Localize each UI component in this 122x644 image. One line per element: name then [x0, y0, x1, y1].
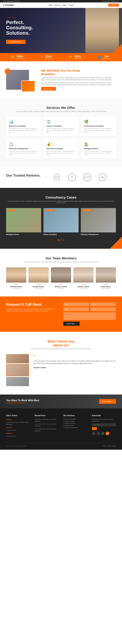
service-arrow-5[interactable]: ›	[112, 152, 113, 155]
member-name-4: Alexia Galvez	[96, 286, 116, 288]
case-image-1	[44, 208, 78, 232]
service-item-3: 📋 Planning & Management Lorem ipsum dolo…	[6, 140, 41, 159]
service-arrow-1[interactable]: ›	[75, 130, 76, 132]
hero-heading: Perfect. Consulting. Solutions.	[6, 20, 33, 36]
testimonial-quote: If you are going to use a passage of you…	[34, 360, 116, 365]
nav-about[interactable]: About	[49, 4, 53, 6]
service-icon-0: 📊	[9, 120, 38, 124]
hero-cta-button[interactable]: Free Appointment →	[6, 40, 26, 44]
footer-mail-label: E-Mail Us:	[6, 432, 30, 434]
form-name-input[interactable]	[63, 302, 89, 306]
service-arrow-2[interactable]: ›	[112, 130, 113, 132]
services-title: Services We Offer.	[6, 106, 116, 110]
social-facebook-icon[interactable]: f	[92, 432, 96, 435]
bottom-cta-text: You Want To Work With Best Consulting So…	[6, 399, 39, 404]
member-role-4: Project Manager	[96, 288, 116, 289]
service-desc-0: Lorem ipsum dolor sit amet, consectetur …	[9, 128, 38, 133]
about-explore-button[interactable]: Explore More →	[41, 87, 56, 90]
footer-link-home[interactable]: Home	[103, 445, 106, 447]
dot-2[interactable]	[60, 240, 62, 241]
bottom-cta-button[interactable]: Contact Now →	[99, 399, 116, 404]
footer-subscribe-input[interactable]	[92, 423, 116, 426]
member-stars-3: ★★★★★	[73, 284, 94, 285]
navbar: ▶ Conset. About Services Pages Contact +…	[0, 2, 122, 8]
about-sub-image	[21, 80, 35, 92]
case-label-1: SOCIAL MEDIA	[45, 210, 54, 211]
footer-post-1: Lorem ipsum dolor sit amet, consectetur …	[35, 423, 59, 427]
stat-label-0: Happy Customers	[15, 58, 25, 60]
footer-col-posts: Recent Post Lorem ipsum dolor sit amet, …	[35, 414, 59, 438]
member-role-3: Marketing Lead	[73, 288, 94, 289]
stat-num-2: 850+	[74, 55, 82, 58]
topbar-email: support@gmail/domain.com	[3, 0, 20, 2]
hero-content: SINCE 1998 Perfect. Consulting. Solution…	[6, 17, 33, 44]
footer-col-subscribe: Subscribe Lorem ipsum dolor sit amet, co…	[92, 414, 116, 438]
testimonials-section: What Clients Say About Us! Lorem ipsum d…	[0, 332, 122, 394]
service-arrow-3[interactable]: ›	[37, 152, 38, 155]
footer-post-0: Lorem ipsum dolor sit amet, consectetur …	[35, 418, 59, 422]
partner-logo-1: OCO	[66, 173, 78, 182]
service-item-5: 🏠 Mortgage Advisor Lorem ipsum dolor sit…	[81, 140, 116, 159]
footer-posts-title: Recent Post	[35, 414, 59, 417]
service-arrow-4[interactable]: ›	[75, 152, 76, 155]
quote-open-icon: "	[34, 354, 116, 359]
social-icons: f t in ig	[92, 432, 116, 435]
footer-call: +1 (587) 441-86 M	[6, 430, 30, 432]
member-image-3	[73, 267, 94, 282]
footer-address-label: Address:	[6, 418, 30, 420]
footer-subscribe-button[interactable]: →	[92, 427, 97, 430]
partners-section: Our Trusted Partners. › RETRO OCO MASTER…	[0, 166, 122, 188]
footer-subscribe-body: Lorem ipsum dolor sit amet, consectetur …	[92, 418, 116, 422]
form-phone-input[interactable]	[90, 302, 116, 306]
case-label-0: SEO / PPP	[8, 210, 15, 211]
social-twitter-icon[interactable]: t	[96, 432, 100, 435]
footer-mail: +1 (587) 441-86 M	[6, 436, 30, 437]
partners-arrow[interactable]: ›	[45, 176, 46, 179]
footer-bottom: Copyright © All | All Rights Reserved Ho…	[6, 443, 116, 447]
team-title: Our Team Members	[6, 256, 116, 260]
nav-contact[interactable]: Contact	[68, 4, 74, 6]
form-email-input[interactable]	[63, 308, 89, 311]
form-subject-input[interactable]	[90, 308, 116, 311]
dot-active[interactable]	[58, 240, 59, 241]
footer-service-4: Planning & Management	[63, 427, 88, 428]
form-row-2	[63, 308, 116, 311]
member-role-2: SEO Expert	[51, 288, 71, 289]
service-arrow-0[interactable]: ›	[37, 130, 38, 132]
form-message-textarea[interactable]	[63, 312, 116, 320]
member-name-2: Winfred Locklear	[51, 286, 71, 288]
partner-logo-0: RETRO	[51, 173, 63, 182]
footer-services-title: Our Services	[63, 414, 88, 417]
hero-section: SINCE 1998 Perfect. Consulting. Solution…	[0, 8, 122, 53]
stat-icon-1: ✓	[40, 56, 43, 59]
stat-icon-2: 🏆	[69, 56, 72, 59]
stat-num-0: 568+	[15, 55, 25, 58]
about-body-1: Lorem ipsum dolor sit amet, consectetur …	[41, 77, 116, 81]
dot-3[interactable]	[63, 240, 64, 241]
nav-phone[interactable]: +6 888 666	[108, 4, 119, 6]
member-image-2	[51, 267, 71, 282]
form-submit-button[interactable]: Submit Now →	[63, 322, 80, 326]
services-grid: 📊 Business Consulting Lorem ipsum dolor …	[6, 117, 116, 159]
nav-pages[interactable]: Pages	[62, 4, 66, 6]
stat-label-3: Expert Members	[102, 58, 111, 60]
service-icon-4: 💰	[46, 142, 76, 146]
member-name-3: Kayleen Colbert	[73, 286, 94, 288]
nav-services[interactable]: Services	[54, 4, 60, 6]
case-item-1: SOCIAL MEDIA Online Consulting	[44, 208, 78, 236]
stat-icon-0: 😊	[11, 56, 14, 59]
stat-experts: 👥 34+ Expert Members	[98, 55, 111, 60]
stat-label-2: Awards Winning	[74, 58, 82, 60]
service-icon-2: 🌿	[84, 120, 113, 124]
social-linkedin-icon[interactable]: in	[101, 432, 105, 435]
footer-link-about[interactable]: About	[107, 445, 110, 447]
member-name-1: Novella Shrader	[28, 286, 49, 288]
footer-link-privacy[interactable]: Privacy	[112, 445, 116, 447]
member-stars-4: ★★★★☆	[96, 284, 116, 285]
footer-col-contact: Get In Touch Address: Loren 315 East Sui…	[6, 414, 30, 438]
service-item-4: 💰 Financial Consulting Lorem ipsum dolor…	[44, 140, 78, 159]
cta-form-section: Request A Call Back. Lorem ipsum dolor s…	[0, 296, 122, 332]
stat-num-3: 34+	[102, 55, 111, 58]
service-title-0: Business Consulting	[9, 125, 38, 127]
social-instagram-icon[interactable]: ig	[106, 432, 109, 435]
